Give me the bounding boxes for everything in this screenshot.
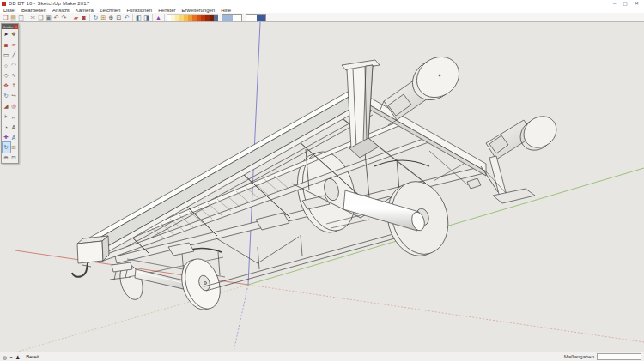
pan-icon[interactable]: ⊞ (100, 14, 107, 21)
tool-line-icon[interactable]: ╱ (10, 50, 18, 60)
new-icon[interactable]: ❐ (2, 14, 9, 21)
cut-icon[interactable]: ✂ (29, 14, 37, 21)
tool-3d-text-icon[interactable]: A (10, 132, 18, 142)
tool-tape-measure-icon[interactable]: ⊦ (3, 111, 10, 122)
toolbar-separator (152, 14, 153, 21)
shadow-date-slider[interactable] (222, 14, 242, 21)
tool-select-icon[interactable]: ➤ (3, 29, 10, 39)
tool-protractor-icon[interactable]: ◔ (3, 122, 10, 132)
toolbar-separator (164, 14, 165, 21)
tool-move-icon[interactable]: ✥ (3, 81, 10, 91)
status-text: Bereit (26, 354, 39, 359)
sketchup-window: { "window": { "title": "DB BT 10 - Sketc… (0, 0, 644, 361)
tool-arc-icon[interactable]: ◠ (10, 60, 18, 70)
redo-icon[interactable]: ↷ (60, 14, 68, 21)
eraser-icon[interactable]: ▰ (72, 14, 80, 21)
tool-circle-icon[interactable]: ○ (3, 60, 10, 70)
tool-rectangle-icon[interactable]: ▭ (3, 50, 10, 60)
tool-scale-icon[interactable]: ◢ (3, 101, 10, 111)
blue-axis-negative (234, 285, 248, 352)
measurement-area: Maßangaben (564, 353, 641, 360)
shadow-time-slider-fill (257, 15, 265, 21)
shadow-date-slider-fill (222, 15, 233, 21)
axes-tool-icon[interactable]: ▲ (155, 14, 162, 21)
tool-freehand-icon[interactable]: ∿ (10, 70, 18, 81)
tool-axes-icon[interactable]: ✚ (3, 132, 10, 142)
tool-text-icon[interactable]: A (10, 122, 18, 132)
copy-icon[interactable]: ❏ (37, 14, 45, 21)
open-icon[interactable]: ▤ (9, 14, 17, 21)
tool-orbit-icon[interactable]: ↻ (3, 142, 10, 153)
toolbar-separator (132, 14, 133, 21)
model-buffer-upper (380, 49, 467, 125)
paint-bucket-icon[interactable]: ◙ (80, 14, 88, 21)
tool-pan-icon[interactable]: ⊞ (10, 142, 18, 153)
view-front-icon[interactable]: ◧ (135, 14, 143, 21)
tool-zoom-extents-icon[interactable]: ⊡ (10, 153, 18, 163)
tool-follow-me-icon[interactable]: ↪ (10, 91, 18, 101)
minimize-button[interactable]: – (613, 0, 616, 7)
toolbar-separator (70, 14, 70, 21)
red-axis-negative (248, 285, 644, 342)
tool-push-pull-icon[interactable]: ↥ (10, 81, 18, 91)
palette-close-icon[interactable]: ✕ (14, 25, 18, 29)
menu-ansicht[interactable]: Ansicht (52, 8, 70, 13)
palette-grid: ➤ ❖ ◙ ▰ ▭ ╱ ○ ◠ ◇ ∿ ✥ ↥ ↻ ↪ ◢ ◎ ⊦ ↔ ◔ A … (2, 29, 18, 163)
tool-offset-icon[interactable]: ◎ (10, 101, 18, 111)
zoom-extents-icon[interactable]: ⊡ (115, 14, 123, 21)
menu-bar: Datei Bearbeiten Ansicht Kamera Zeichnen… (0, 7, 644, 13)
leaf-spring-right (374, 160, 429, 166)
menu-hilfe[interactable]: Hilfe (221, 8, 231, 13)
model-support-leg (481, 156, 535, 203)
geolocation-icon[interactable]: ◍ (3, 354, 7, 360)
menu-erweiterungen[interactable]: Erweiterungen (181, 8, 215, 13)
status-bar: ◍ ◒ ♟ Bereit Maßangaben (0, 352, 644, 361)
tool-rotate-icon[interactable]: ↻ (3, 91, 10, 101)
shadow-time-slider[interactable] (246, 14, 266, 21)
window-title: DB BT 10 - SketchUp Make 2017 (9, 1, 89, 6)
wagon-model (72, 49, 562, 315)
model-deck (91, 116, 428, 262)
menu-fenster[interactable]: Fenster (158, 8, 175, 13)
color-swatch[interactable] (214, 14, 218, 21)
previous-view-icon[interactable]: ↶ (123, 14, 131, 21)
paste-icon[interactable]: ▣ (45, 14, 52, 21)
undo-icon[interactable]: ↶ (52, 14, 60, 21)
save-icon[interactable]: ◫ (17, 14, 25, 21)
orbit-icon[interactable]: ↻ (92, 14, 100, 21)
maximize-button[interactable]: ▢ (623, 0, 628, 7)
main-toolbar: ❐ ▤ ◫ ✂ ❏ ▣ ↶ ↷ ▰ ◙ ↻ ⊞ ⊕ ⊡ ↶ ◧ ◨ ▲ (0, 13, 644, 22)
menu-zeichnen[interactable]: Zeichnen (100, 8, 121, 13)
palette-title: Großer Werkzeugsatz (2, 25, 14, 29)
tool-zoom-icon[interactable]: ⊕ (3, 153, 10, 163)
zoom-icon[interactable]: ⊕ (107, 14, 115, 21)
measurement-label: Maßangaben (564, 354, 594, 359)
toolbar-separator (27, 14, 27, 21)
toolbar-separator (89, 14, 90, 21)
tool-polygon-icon[interactable]: ◇ (3, 70, 10, 81)
view-iso-icon[interactable]: ◨ (143, 14, 150, 21)
model-buffer-lower (486, 110, 562, 159)
tool-eraser-icon[interactable]: ▰ (10, 39, 18, 50)
viewport (0, 22, 644, 352)
menu-funktionen[interactable]: Funktionen (126, 8, 152, 13)
large-tool-set-palette: Großer Werkzeugsatz ✕ ➤ ❖ ◙ ▰ ▭ ╱ ○ ◠ ◇ … (1, 23, 19, 164)
model-canvas[interactable] (0, 22, 644, 352)
model-info-icon[interactable]: ◒ (9, 354, 13, 359)
tool-paint-bucket-icon[interactable]: ◙ (3, 39, 10, 50)
menu-datei[interactable]: Datei (3, 8, 15, 13)
close-button[interactable]: ✕ (635, 0, 639, 7)
app-icon (2, 2, 6, 6)
measurement-input[interactable] (597, 353, 641, 360)
tool-dimension-icon[interactable]: ↔ (10, 111, 18, 122)
menu-bearbeiten[interactable]: Bearbeiten (21, 8, 46, 13)
person-icon[interactable]: ♟ (15, 354, 20, 360)
tool-make-component-icon[interactable]: ❖ (10, 29, 18, 39)
menu-kamera[interactable]: Kamera (76, 8, 94, 13)
